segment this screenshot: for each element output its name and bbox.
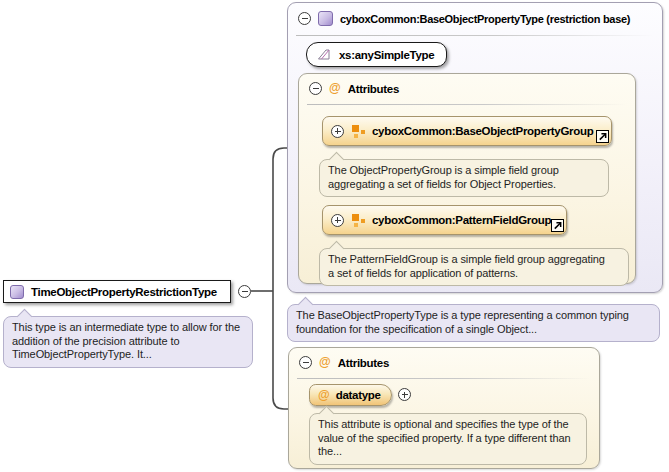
at-sign-icon: @ xyxy=(329,82,341,95)
simple-type-icon xyxy=(316,48,331,61)
group-label: cyboxCommon:PatternFieldGroup xyxy=(372,214,551,226)
attributes-label: Attributes xyxy=(338,357,389,369)
base-type-label: cyboxCommon:BaseObjectPropertyType (rest… xyxy=(340,13,630,25)
xsd-schema-diagram: TimeObjectPropertyRestrictionType This t… xyxy=(0,0,669,472)
attribute-description: This attribute is optional and specifies… xyxy=(309,413,587,465)
expand-button[interactable] xyxy=(331,214,344,227)
group-base-object-property-group[interactable]: cyboxCommon:BaseObjectPropertyGroup xyxy=(322,116,612,146)
attributes-header: @ Attributes xyxy=(309,82,399,95)
goto-definition-icon[interactable] xyxy=(596,130,609,143)
expand-button[interactable] xyxy=(331,125,344,138)
separator xyxy=(297,378,591,379)
description-text: The BaseObjectPropertyType is a type rep… xyxy=(296,309,651,336)
group-label: cyboxCommon:BaseObjectPropertyGroup xyxy=(372,125,593,137)
expand-button-datatype[interactable] xyxy=(398,388,411,401)
description-text: This type is an intermediate type to all… xyxy=(12,321,244,362)
attribute-group-icon xyxy=(351,124,365,138)
at-sign-icon: @ xyxy=(319,356,331,369)
description-text: This attribute is optional and specifies… xyxy=(318,418,578,459)
group-pattern-field-group[interactable]: cyboxCommon:PatternFieldGroup xyxy=(322,205,567,235)
node-any-simple-type[interactable]: xs:anySimpleType xyxy=(306,42,447,67)
group-description: The PatternFieldGroup is a simple field … xyxy=(319,248,629,286)
base-type-description: The BaseObjectPropertyType is a type rep… xyxy=(287,304,660,342)
base-attributes-panel: @ Attributes cyboxCommon:BaseObjectPrope… xyxy=(298,73,636,284)
own-attributes-panel: @ Attributes @ datatype This attribute i… xyxy=(288,347,600,469)
root-type-label: TimeObjectPropertyRestrictionType xyxy=(31,286,217,298)
attributes-header: @ Attributes xyxy=(299,356,389,369)
collapse-button-base-type[interactable] xyxy=(298,12,311,25)
any-simple-type-label: xs:anySimpleType xyxy=(339,49,434,61)
root-type-description: This type is an intermediate type to all… xyxy=(3,316,253,368)
collapse-button-attributes[interactable] xyxy=(309,82,322,95)
separator xyxy=(296,35,654,36)
attribute-name: datatype xyxy=(336,389,381,401)
base-type-header: cyboxCommon:BaseObjectPropertyType (rest… xyxy=(298,11,630,26)
goto-definition-icon[interactable] xyxy=(551,219,564,232)
attributes-label: Attributes xyxy=(348,83,399,95)
complex-type-icon xyxy=(318,11,333,26)
base-type-panel: cyboxCommon:BaseObjectPropertyType (rest… xyxy=(287,2,663,293)
description-text: The ObjectPropertyGroup is a simple fiel… xyxy=(328,164,600,191)
group-description: The ObjectPropertyGroup is a simple fiel… xyxy=(319,159,609,197)
collapse-button-attributes[interactable] xyxy=(299,356,312,369)
collapse-button-root[interactable] xyxy=(238,285,251,298)
complex-type-icon xyxy=(10,285,24,299)
attribute-group-icon xyxy=(351,213,365,227)
description-text: The PatternFieldGroup is a simple field … xyxy=(328,253,620,280)
attribute-datatype[interactable]: @ datatype xyxy=(309,384,392,406)
node-root-type[interactable]: TimeObjectPropertyRestrictionType xyxy=(3,280,231,303)
separator xyxy=(307,104,627,105)
at-sign-icon: @ xyxy=(318,389,330,402)
